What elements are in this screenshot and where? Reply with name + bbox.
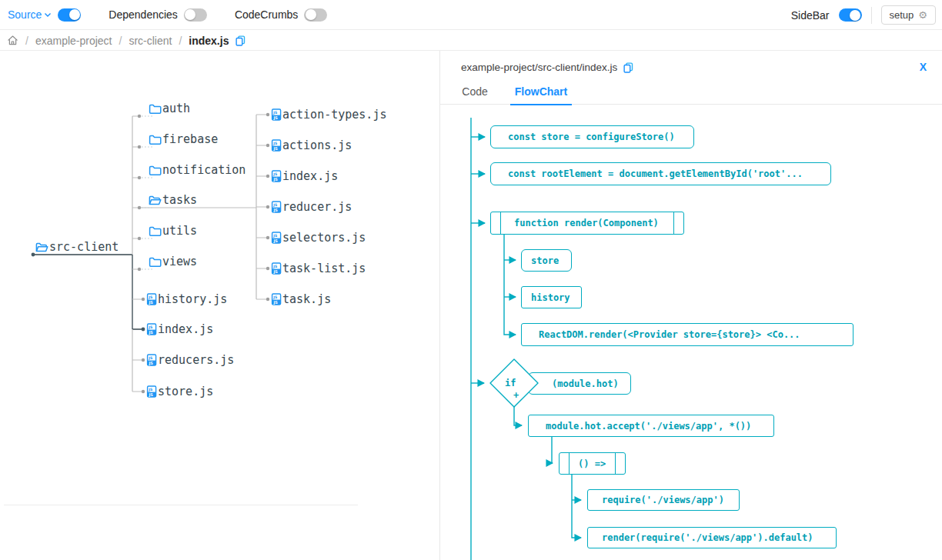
flow-node-store-arg[interactable]: store bbox=[521, 249, 572, 272]
tree-node-label: reducer.js bbox=[282, 200, 352, 214]
flow-if-true-branch-label: + bbox=[513, 390, 519, 401]
tree-node-reducers-js[interactable]: reducers.js bbox=[146, 352, 234, 368]
flow-node-render-call[interactable]: render(require('./views/app').default) bbox=[587, 527, 837, 548]
js-file-icon bbox=[271, 170, 282, 182]
tree-node-store-js[interactable]: store.js bbox=[146, 383, 213, 400]
home-icon[interactable] bbox=[7, 35, 18, 46]
dependencies-control: Dependencies bbox=[109, 8, 207, 22]
tree-node-task-js[interactable]: task.js bbox=[271, 291, 331, 308]
sidebar-label: SideBar bbox=[791, 9, 830, 22]
toolbar-divider bbox=[871, 7, 872, 24]
js-file-icon bbox=[271, 232, 282, 244]
tree-node-label: history.js bbox=[158, 292, 227, 306]
breadcrumb-item-index-js[interactable]: index.js bbox=[189, 35, 229, 47]
tree-node-label: store.js bbox=[158, 385, 213, 398]
tab-flowchart[interactable]: FlowChart bbox=[510, 85, 572, 105]
folder-open-icon bbox=[35, 242, 48, 253]
folder-icon bbox=[149, 134, 162, 145]
tree-node-selectors-js[interactable]: selectors.js bbox=[271, 229, 366, 246]
tree-node-auth[interactable]: auth bbox=[149, 100, 190, 117]
flow-if-keyword: if bbox=[505, 378, 516, 388]
tree-node-label: task-list.js bbox=[282, 262, 366, 275]
js-file-icon bbox=[146, 354, 157, 366]
tree-node-utils[interactable]: utils bbox=[149, 222, 197, 239]
js-file-icon bbox=[271, 293, 282, 305]
tree-node-label: notification bbox=[162, 163, 246, 177]
flow-node-root-element[interactable]: const rootElement = document.getElementB… bbox=[490, 162, 831, 185]
source-label: Source bbox=[8, 8, 42, 21]
dependencies-toggle[interactable] bbox=[184, 8, 207, 22]
tree-node-label: views bbox=[162, 255, 197, 268]
breadcrumb: / example-project / src-client / index.j… bbox=[0, 31, 942, 51]
tree-node-firebase[interactable]: firebase bbox=[149, 131, 218, 148]
js-file-icon bbox=[146, 385, 157, 398]
flow-node-store-init[interactable]: const store = configureStore() bbox=[490, 125, 694, 148]
file-tree: src-client auth firebase notification ta… bbox=[0, 51, 439, 560]
codecrumbs-app: Source Dependencies CodeCrumbs SideBar bbox=[0, 0, 942, 560]
tree-node-notification[interactable]: notification bbox=[149, 162, 246, 178]
tree-node-task-list-js[interactable]: task-list.js bbox=[271, 260, 366, 277]
source-control: Source bbox=[8, 8, 81, 22]
dependencies-label: Dependencies bbox=[109, 8, 178, 21]
tree-node-actions-js[interactable]: actions.js bbox=[271, 137, 352, 154]
flow-node-reactdom-render[interactable]: ReactDOM.render(<Provider store={store}>… bbox=[521, 323, 853, 346]
copy-icon[interactable] bbox=[236, 35, 246, 46]
setup-button[interactable]: setup ⚙ bbox=[881, 5, 936, 25]
sidebar-tabs: Code FlowChart bbox=[440, 85, 942, 105]
sidebar-panel: example-project/src-client/index.js X Co… bbox=[439, 51, 942, 560]
tree-node-label: action-types.js bbox=[282, 108, 386, 122]
breadcrumb-separator: / bbox=[119, 35, 122, 47]
flowchart: const store = configureStore() const roo… bbox=[440, 105, 942, 560]
tree-node-label: src-client bbox=[49, 240, 119, 254]
js-file-icon bbox=[271, 201, 282, 213]
tree-area-bottom-border bbox=[4, 505, 358, 505]
tree-node-src-client[interactable]: src-client bbox=[35, 238, 119, 255]
tree-node-label: utils bbox=[162, 224, 197, 238]
tree-node-label: tasks bbox=[162, 193, 197, 207]
flow-node-arrow-function[interactable]: () => bbox=[559, 452, 626, 475]
tree-node-tasks-index-js[interactable]: index.js bbox=[271, 168, 338, 185]
source-toggle[interactable] bbox=[58, 8, 81, 22]
sidebar-toggle[interactable] bbox=[839, 8, 862, 22]
js-file-icon bbox=[271, 108, 282, 121]
flow-node-module-hot-accept[interactable]: module.hot.accept('./views/app', *()) bbox=[528, 415, 774, 437]
folder-open-icon bbox=[149, 195, 162, 206]
tab-code[interactable]: Code bbox=[459, 85, 490, 105]
setup-button-label: setup bbox=[890, 9, 914, 21]
source-dropdown[interactable]: Source bbox=[8, 8, 52, 21]
folder-icon bbox=[149, 225, 162, 237]
copy-icon[interactable] bbox=[623, 62, 633, 73]
folder-icon bbox=[149, 256, 162, 268]
flow-node-if-condition[interactable]: (module.hot) bbox=[528, 372, 631, 395]
codecrumbs-toggle[interactable] bbox=[304, 8, 327, 22]
close-icon[interactable]: X bbox=[920, 61, 927, 73]
tree-node-action-types-js[interactable]: action-types.js bbox=[271, 106, 386, 123]
tree-node-label: actions.js bbox=[282, 138, 352, 152]
tree-node-label: index.js bbox=[158, 322, 213, 336]
flow-node-history-arg[interactable]: history bbox=[521, 286, 582, 308]
tree-node-label: task.js bbox=[282, 292, 331, 306]
folder-icon bbox=[149, 103, 162, 115]
flow-node-render-function[interactable]: function render(Component) bbox=[490, 212, 684, 235]
js-file-icon bbox=[271, 139, 282, 152]
tree-node-tasks[interactable]: tasks bbox=[149, 192, 197, 208]
flow-node-require-call[interactable]: require('./views/app') bbox=[587, 489, 740, 511]
tree-node-index-js-selected[interactable]: index.js bbox=[146, 321, 213, 338]
tree-node-label: selectors.js bbox=[282, 231, 366, 245]
tree-node-label: firebase bbox=[162, 132, 218, 146]
tree-node-reducer-js[interactable]: reducer.js bbox=[271, 198, 352, 215]
js-file-icon bbox=[146, 323, 157, 335]
toolbar: Source Dependencies CodeCrumbs SideBar bbox=[0, 0, 942, 30]
breadcrumb-item-src-client[interactable]: src-client bbox=[129, 35, 172, 47]
tree-node-views[interactable]: views bbox=[149, 253, 197, 270]
breadcrumb-item-example-project[interactable]: example-project bbox=[35, 35, 112, 47]
folder-icon bbox=[149, 165, 162, 176]
chevron-down-icon bbox=[44, 12, 52, 18]
breadcrumb-separator: / bbox=[179, 35, 182, 47]
gear-icon: ⚙ bbox=[918, 10, 927, 20]
codecrumbs-control: CodeCrumbs bbox=[235, 8, 327, 22]
tree-node-history-js[interactable]: history.js bbox=[146, 291, 227, 308]
codecrumbs-label: CodeCrumbs bbox=[235, 8, 298, 21]
js-file-icon bbox=[146, 293, 157, 305]
sidebar-header: example-project/src-client/index.js X bbox=[440, 51, 942, 85]
